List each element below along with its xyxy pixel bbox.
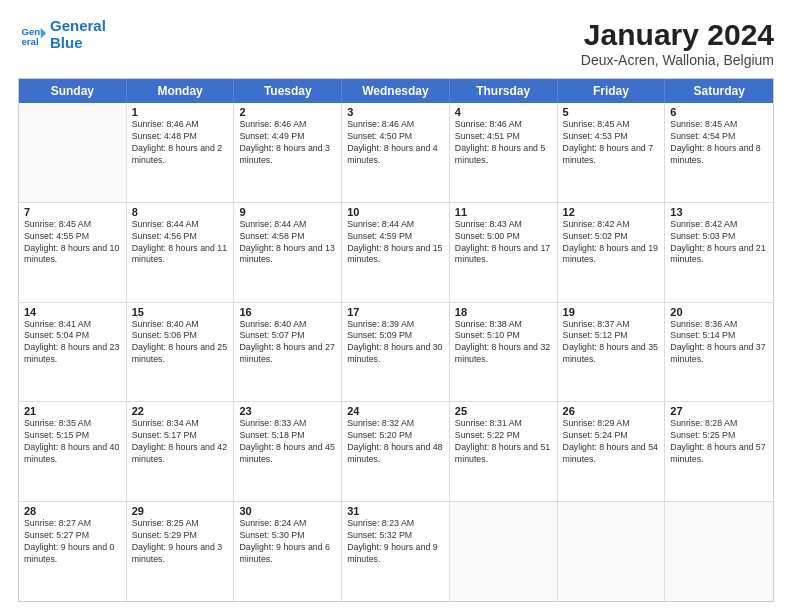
calendar: SundayMondayTuesdayWednesdayThursdayFrid… xyxy=(18,78,774,602)
calendar-cell: 27Sunrise: 8:28 AMSunset: 5:25 PMDayligh… xyxy=(665,402,773,501)
calendar-cell: 23Sunrise: 8:33 AMSunset: 5:18 PMDayligh… xyxy=(234,402,342,501)
cell-info: Sunrise: 8:46 AMSunset: 4:49 PMDaylight:… xyxy=(239,119,336,167)
cell-info: Sunrise: 8:46 AMSunset: 4:51 PMDaylight:… xyxy=(455,119,552,167)
cell-info: Sunrise: 8:24 AMSunset: 5:30 PMDaylight:… xyxy=(239,518,336,566)
day-number: 3 xyxy=(347,106,444,118)
logo-icon: Gen eral xyxy=(18,21,46,49)
day-number: 5 xyxy=(563,106,660,118)
header-day-tuesday: Tuesday xyxy=(234,79,342,103)
cell-info: Sunrise: 8:41 AMSunset: 5:04 PMDaylight:… xyxy=(24,319,121,367)
day-number: 8 xyxy=(132,206,229,218)
header-day-monday: Monday xyxy=(127,79,235,103)
calendar-cell: 12Sunrise: 8:42 AMSunset: 5:02 PMDayligh… xyxy=(558,203,666,302)
cell-info: Sunrise: 8:45 AMSunset: 4:53 PMDaylight:… xyxy=(563,119,660,167)
logo: Gen eral General Blue xyxy=(18,18,106,51)
cell-info: Sunrise: 8:45 AMSunset: 4:54 PMDaylight:… xyxy=(670,119,768,167)
calendar-cell: 9Sunrise: 8:44 AMSunset: 4:58 PMDaylight… xyxy=(234,203,342,302)
main-title: January 2024 xyxy=(581,18,774,52)
cell-info: Sunrise: 8:44 AMSunset: 4:58 PMDaylight:… xyxy=(239,219,336,267)
cell-info: Sunrise: 8:40 AMSunset: 5:07 PMDaylight:… xyxy=(239,319,336,367)
cell-info: Sunrise: 8:45 AMSunset: 4:55 PMDaylight:… xyxy=(24,219,121,267)
header-day-friday: Friday xyxy=(558,79,666,103)
day-number: 6 xyxy=(670,106,768,118)
day-number: 15 xyxy=(132,306,229,318)
calendar-cell: 1Sunrise: 8:46 AMSunset: 4:48 PMDaylight… xyxy=(127,103,235,202)
calendar-header: SundayMondayTuesdayWednesdayThursdayFrid… xyxy=(19,79,773,103)
cell-info: Sunrise: 8:46 AMSunset: 4:48 PMDaylight:… xyxy=(132,119,229,167)
day-number: 14 xyxy=(24,306,121,318)
cell-info: Sunrise: 8:27 AMSunset: 5:27 PMDaylight:… xyxy=(24,518,121,566)
calendar-cell: 13Sunrise: 8:42 AMSunset: 5:03 PMDayligh… xyxy=(665,203,773,302)
cell-info: Sunrise: 8:33 AMSunset: 5:18 PMDaylight:… xyxy=(239,418,336,466)
calendar-cell: 2Sunrise: 8:46 AMSunset: 4:49 PMDaylight… xyxy=(234,103,342,202)
subtitle: Deux-Acren, Wallonia, Belgium xyxy=(581,52,774,68)
cell-info: Sunrise: 8:31 AMSunset: 5:22 PMDaylight:… xyxy=(455,418,552,466)
logo-text: General Blue xyxy=(50,18,106,51)
day-number: 28 xyxy=(24,505,121,517)
day-number: 4 xyxy=(455,106,552,118)
day-number: 27 xyxy=(670,405,768,417)
day-number: 13 xyxy=(670,206,768,218)
day-number: 31 xyxy=(347,505,444,517)
day-number: 18 xyxy=(455,306,552,318)
calendar-cell xyxy=(450,502,558,601)
calendar-cell: 16Sunrise: 8:40 AMSunset: 5:07 PMDayligh… xyxy=(234,303,342,402)
day-number: 19 xyxy=(563,306,660,318)
day-number: 20 xyxy=(670,306,768,318)
calendar-row-2: 14Sunrise: 8:41 AMSunset: 5:04 PMDayligh… xyxy=(19,303,773,403)
calendar-row-3: 21Sunrise: 8:35 AMSunset: 5:15 PMDayligh… xyxy=(19,402,773,502)
calendar-cell xyxy=(19,103,127,202)
cell-info: Sunrise: 8:42 AMSunset: 5:02 PMDaylight:… xyxy=(563,219,660,267)
cell-info: Sunrise: 8:44 AMSunset: 4:56 PMDaylight:… xyxy=(132,219,229,267)
calendar-cell: 17Sunrise: 8:39 AMSunset: 5:09 PMDayligh… xyxy=(342,303,450,402)
day-number: 21 xyxy=(24,405,121,417)
calendar-cell: 31Sunrise: 8:23 AMSunset: 5:32 PMDayligh… xyxy=(342,502,450,601)
calendar-cell: 7Sunrise: 8:45 AMSunset: 4:55 PMDaylight… xyxy=(19,203,127,302)
day-number: 17 xyxy=(347,306,444,318)
header-day-thursday: Thursday xyxy=(450,79,558,103)
calendar-cell: 5Sunrise: 8:45 AMSunset: 4:53 PMDaylight… xyxy=(558,103,666,202)
calendar-cell: 10Sunrise: 8:44 AMSunset: 4:59 PMDayligh… xyxy=(342,203,450,302)
calendar-cell: 25Sunrise: 8:31 AMSunset: 5:22 PMDayligh… xyxy=(450,402,558,501)
calendar-cell: 3Sunrise: 8:46 AMSunset: 4:50 PMDaylight… xyxy=(342,103,450,202)
calendar-cell: 14Sunrise: 8:41 AMSunset: 5:04 PMDayligh… xyxy=(19,303,127,402)
cell-info: Sunrise: 8:36 AMSunset: 5:14 PMDaylight:… xyxy=(670,319,768,367)
cell-info: Sunrise: 8:35 AMSunset: 5:15 PMDaylight:… xyxy=(24,418,121,466)
cell-info: Sunrise: 8:25 AMSunset: 5:29 PMDaylight:… xyxy=(132,518,229,566)
cell-info: Sunrise: 8:37 AMSunset: 5:12 PMDaylight:… xyxy=(563,319,660,367)
day-number: 24 xyxy=(347,405,444,417)
calendar-cell: 26Sunrise: 8:29 AMSunset: 5:24 PMDayligh… xyxy=(558,402,666,501)
day-number: 16 xyxy=(239,306,336,318)
day-number: 2 xyxy=(239,106,336,118)
calendar-cell: 19Sunrise: 8:37 AMSunset: 5:12 PMDayligh… xyxy=(558,303,666,402)
calendar-cell: 29Sunrise: 8:25 AMSunset: 5:29 PMDayligh… xyxy=(127,502,235,601)
calendar-cell: 20Sunrise: 8:36 AMSunset: 5:14 PMDayligh… xyxy=(665,303,773,402)
logo-line1: General xyxy=(50,17,106,34)
calendar-cell: 11Sunrise: 8:43 AMSunset: 5:00 PMDayligh… xyxy=(450,203,558,302)
cell-info: Sunrise: 8:43 AMSunset: 5:00 PMDaylight:… xyxy=(455,219,552,267)
calendar-row-4: 28Sunrise: 8:27 AMSunset: 5:27 PMDayligh… xyxy=(19,502,773,601)
calendar-cell: 22Sunrise: 8:34 AMSunset: 5:17 PMDayligh… xyxy=(127,402,235,501)
day-number: 23 xyxy=(239,405,336,417)
day-number: 1 xyxy=(132,106,229,118)
calendar-cell: 30Sunrise: 8:24 AMSunset: 5:30 PMDayligh… xyxy=(234,502,342,601)
calendar-cell: 24Sunrise: 8:32 AMSunset: 5:20 PMDayligh… xyxy=(342,402,450,501)
day-number: 29 xyxy=(132,505,229,517)
cell-info: Sunrise: 8:23 AMSunset: 5:32 PMDaylight:… xyxy=(347,518,444,566)
cell-info: Sunrise: 8:38 AMSunset: 5:10 PMDaylight:… xyxy=(455,319,552,367)
calendar-row-0: 1Sunrise: 8:46 AMSunset: 4:48 PMDaylight… xyxy=(19,103,773,203)
day-number: 25 xyxy=(455,405,552,417)
day-number: 30 xyxy=(239,505,336,517)
header-day-saturday: Saturday xyxy=(665,79,773,103)
header: Gen eral General Blue January 2024 Deux-… xyxy=(18,18,774,68)
cell-info: Sunrise: 8:34 AMSunset: 5:17 PMDaylight:… xyxy=(132,418,229,466)
calendar-row-1: 7Sunrise: 8:45 AMSunset: 4:55 PMDaylight… xyxy=(19,203,773,303)
cell-info: Sunrise: 8:40 AMSunset: 5:06 PMDaylight:… xyxy=(132,319,229,367)
title-block: January 2024 Deux-Acren, Wallonia, Belgi… xyxy=(581,18,774,68)
cell-info: Sunrise: 8:32 AMSunset: 5:20 PMDaylight:… xyxy=(347,418,444,466)
cell-info: Sunrise: 8:39 AMSunset: 5:09 PMDaylight:… xyxy=(347,319,444,367)
day-number: 10 xyxy=(347,206,444,218)
cell-info: Sunrise: 8:44 AMSunset: 4:59 PMDaylight:… xyxy=(347,219,444,267)
day-number: 9 xyxy=(239,206,336,218)
logo-line2: Blue xyxy=(50,34,83,51)
